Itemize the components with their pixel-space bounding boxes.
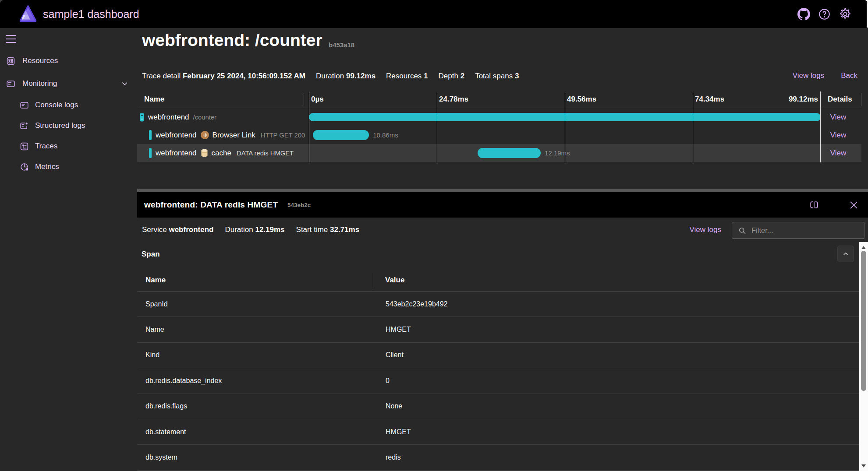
duration-label: Duration: [316, 72, 344, 80]
span-properties-table: Name Value SpanId543eb2c23e19b492NameHMG…: [137, 268, 859, 471]
sidebar-item-label: Monitoring: [22, 79, 57, 88]
property-name: Name: [145, 326, 164, 334]
arrow-circle-icon: [201, 131, 209, 139]
span-color-bar: [149, 148, 152, 158]
column-divider: [373, 273, 373, 288]
span-details-header: webfrontend: DATA redis HMGET 543eb2c: [137, 192, 868, 218]
console-logs-icon: [20, 101, 29, 110]
span-details-title: webfrontend: DATA redis HMGET: [144, 192, 278, 218]
span-detail: /counter: [193, 114, 216, 121]
panel-view-logs-link[interactable]: View logs: [690, 218, 721, 242]
span-detail: HTTP GET 200: [261, 132, 305, 139]
timeline-tick-label: 0µs: [309, 95, 324, 104]
span-name: webfrontend: [156, 149, 197, 158]
property-row[interactable]: NameHMGET: [137, 317, 859, 342]
property-name: SpanId: [145, 300, 168, 308]
structured-logs-icon: [20, 121, 29, 130]
document-icon: [6, 79, 15, 88]
properties-value-header: Value: [385, 276, 404, 285]
grid-details-header: Details: [828, 95, 852, 104]
property-row[interactable]: db.redis.database_index0: [137, 368, 859, 394]
scroll-down-icon[interactable]: [859, 461, 868, 470]
properties-table-header: Name Value: [137, 268, 859, 292]
sidebar-item-label: Metrics: [35, 162, 59, 171]
service-value: webfrontend: [169, 225, 213, 234]
trace-detail-value: February 25 2024, 10:56:09.152 AM: [183, 72, 305, 80]
span-name: webfrontend: [148, 113, 189, 122]
property-value: 0: [386, 377, 390, 385]
sidebar-item-label: Console logs: [35, 101, 78, 109]
collapse-section-button[interactable]: [837, 246, 854, 262]
grid-icon: [6, 56, 15, 66]
trace-waterfall-grid: Name Details webfrontend /counter: [137, 91, 861, 162]
database-icon: [201, 149, 208, 157]
resources-label: Resources: [386, 72, 422, 80]
filter-field[interactable]: [732, 222, 865, 239]
panel-scrollbar[interactable]: [859, 242, 868, 471]
chevron-down-icon: [121, 81, 128, 87]
settings-icon[interactable]: [839, 8, 851, 21]
span-name: webfrontend: [156, 131, 197, 140]
scrollbar-thumb[interactable]: [861, 251, 866, 391]
span-section-title: Span: [142, 250, 160, 259]
span-detail: DATA redis HMGET: [237, 150, 294, 157]
column-divider: [861, 93, 861, 106]
timeline-tick-label: 99.12ms: [789, 95, 821, 104]
trace-id: b453a18: [329, 41, 354, 49]
view-logs-link[interactable]: View logs: [793, 71, 824, 81]
property-row[interactable]: SpanId543eb2c23e19b492: [137, 292, 859, 317]
timeline-ruler: 0µs24.78ms49.56ms74.34ms99.12ms: [309, 91, 821, 162]
property-name: Kind: [145, 351, 159, 359]
traces-icon: [20, 142, 29, 151]
property-name: db.system: [145, 453, 177, 461]
timeline-tick-label: 74.34ms: [693, 95, 724, 104]
scroll-up-icon[interactable]: [859, 243, 868, 252]
timeline-tick-label: 49.56ms: [565, 95, 596, 104]
menu-toggle-icon[interactable]: [6, 34, 22, 46]
property-name: db.redis.database_index: [145, 377, 222, 385]
sidebar-item-metrics[interactable]: Metrics: [0, 158, 131, 176]
sidebar-item-label: Structured logs: [35, 121, 85, 130]
timeline-tick-label: 24.78ms: [437, 95, 468, 104]
page-title: webfrontend: /counter: [142, 31, 322, 50]
github-icon[interactable]: [797, 8, 810, 21]
grid-name-header: Name: [144, 95, 164, 104]
property-value: 543eb2c23e19b492: [386, 300, 447, 308]
view-span-link[interactable]: View: [830, 113, 847, 121]
sidebar-item-resources[interactable]: Resources: [0, 52, 131, 70]
property-row[interactable]: KindClient: [137, 343, 859, 368]
property-value: Client: [386, 351, 404, 359]
sidebar: Resources Monitoring: [0, 28, 137, 471]
filter-input[interactable]: [751, 226, 857, 235]
back-link[interactable]: Back: [841, 71, 857, 81]
sidebar-item-console-logs[interactable]: Console logs: [0, 96, 131, 114]
metrics-icon: [20, 162, 29, 172]
property-name: db.redis.flags: [145, 402, 187, 410]
property-row[interactable]: db.systemredis: [137, 445, 859, 470]
panel-resize-handle[interactable]: [137, 189, 868, 192]
property-row[interactable]: db.statementHMGET: [137, 419, 859, 445]
service-label: Service: [142, 225, 167, 234]
property-row[interactable]: db.redis.flagsNone: [137, 394, 859, 419]
view-span-link[interactable]: View: [830, 131, 847, 139]
help-icon[interactable]: [818, 8, 831, 21]
trace-meta: Trace detail February 25 2024, 10:56:09.…: [142, 71, 529, 81]
property-value: redis: [386, 453, 401, 461]
sidebar-item-label: Resources: [22, 56, 58, 65]
property-name: db.statement: [145, 428, 186, 436]
span-color-bar: [149, 130, 152, 140]
property-value: None: [386, 402, 402, 410]
trace-detail-label: Trace detail: [142, 72, 181, 80]
app-resource-icon: [140, 113, 144, 122]
search-icon: [738, 227, 746, 235]
sidebar-item-structured-logs[interactable]: Structured logs: [0, 117, 131, 134]
span-info-bar: Service webfrontend Duration 12.19ms Sta…: [137, 218, 868, 242]
view-span-link[interactable]: View: [830, 149, 847, 157]
close-icon[interactable]: [849, 200, 858, 210]
sidebar-item-monitoring[interactable]: Monitoring: [0, 75, 131, 92]
span-id-short: 543eb2c: [287, 192, 311, 218]
sidebar-item-traces[interactable]: Traces: [0, 137, 131, 155]
sidebar-item-label: Traces: [35, 142, 57, 151]
properties-name-header: Name: [145, 276, 166, 285]
split-panel-icon[interactable]: [809, 200, 819, 210]
